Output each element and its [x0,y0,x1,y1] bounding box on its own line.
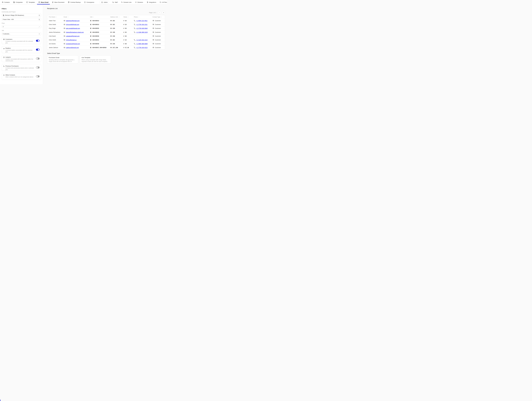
email-type-card-use-template[interactable]: Use Template When using a template with … [80,56,111,64]
nav-item-contacts[interactable]: Contacts [1,0,10,5]
nav-item-mass-document[interactable]: Mass Document [52,0,65,5]
hash-icon: # [123,31,124,33]
contact-badge-icon [152,43,154,44]
email-link[interactable]: Chriss@gmail.ca [66,39,76,41]
chevron-right-icon [163,12,164,13]
strata-cell: # 15 [122,28,132,29]
next-page-button[interactable] [162,11,165,14]
nav-item-integrations[interactable]: Integrations [146,0,157,5]
toggle-card-description: Contacts who previously owned units in s… [6,67,34,71]
unit-door-icon [90,39,92,41]
unit-cell: 434-02013 [89,20,109,21]
phone-icon [134,31,135,33]
email-link[interactable]: pary.singh@gmail.com [66,28,80,29]
column-header-email[interactable]: Email [62,16,89,18]
job-input-value: 5 selected... [3,33,38,35]
address-unit-cell: 221 [109,24,122,25]
toggle-switch[interactable] [36,58,40,60]
email-type-card-description: When using a template with merge fields,… [82,59,109,62]
first-name-cell: Pary Singh [47,28,62,29]
community-select[interactable]: Bonson Village (Pitt Meadows) [2,14,41,17]
nav-item-companies[interactable]: Companies [13,0,23,5]
nav-item-all-files[interactable]: All Files [159,0,167,5]
phone-link[interactable]: +1 (888) 888 8888 [136,43,148,44]
mail-icon [64,24,65,25]
project-select[interactable]: Fraser View - 434 [2,18,41,21]
email-cell: adamtran@gmail.com [62,20,89,21]
phone-link[interactable]: +1 (778) 545 9540 [136,28,148,29]
hash-icon: # [123,47,124,48]
toggle-card-title: Other Contacts [6,74,40,76]
phone-link[interactable]: +1 (778) 333 2311 [136,24,147,25]
email-type-card-purchaser-email[interactable]: Purchaser Email Sending without a templa… [47,56,78,64]
column-header-unit[interactable]: Unit [89,16,109,18]
email-link[interactable]: coledavid@gmail.com [66,35,79,37]
contact-badge-icon [152,20,154,21]
previous-page-button[interactable] [158,11,161,14]
toggle-knob [36,58,38,59]
phone-link[interactable]: +1 (236) 999 3229 [136,31,148,33]
phone-link[interactable]: +1 (123) 432 2222 [136,39,148,41]
toggle-switch[interactable] [36,75,40,77]
email-link[interactable]: Jondavies@gmail.com [66,43,80,44]
folder-icon [160,1,161,3]
mail-icon [64,20,65,21]
community-select-value: Bonson Village (Pitt Meadows) [5,14,38,16]
email-link[interactable]: chrissmith@mail.com [66,24,79,25]
map-pin-icon [110,31,112,33]
unit-cell: 434-02018 [89,43,109,44]
email-cell: Chriss@gmail.ca [62,39,89,41]
toggle-knob [38,40,39,42]
filters-sidebar: Filters Community and Project Bonson Vil… [0,5,43,84]
floor-input[interactable]: 2 [2,25,41,28]
column-header-first-name[interactable]: First Name [47,16,62,18]
email-type-card-description: Sending without a template will generate… [49,59,77,62]
strata-cell: # 15 [122,31,132,33]
job-input[interactable]: 5 selected... [2,32,41,35]
nav-item-admin[interactable]: Admin [100,1,109,4]
contact-badge-icon [152,39,154,41]
nav-item-conveyance[interactable]: Conveyance [84,0,95,5]
nav-item-templates[interactable]: Templates [26,0,35,5]
first-name-cell: Cole David [47,35,62,37]
nav-item-mass-email[interactable]: Mass Email [38,0,49,5]
id-badge-icon [3,39,5,40]
toggle-card-description: Licensed realtors associated with the se… [6,49,34,53]
table-row: Chris Smtih Chriss@gmail.ca 434-02013 22… [47,38,165,42]
contact-type-cell: Customer [151,24,165,25]
bag-icon [84,1,86,3]
email-link[interactable]: adamtran@gmail.com [66,20,79,21]
nav-item-domain-lists[interactable]: Domain Lists [121,0,132,5]
phone-link[interactable]: +1 (778) 333 4222 [136,47,148,48]
strata-cell: # 13 [122,39,132,41]
nav-item-staff[interactable]: Staff [112,0,118,5]
email-link[interactable]: jcalhoon@gmail.com [66,47,79,48]
column-header-phone[interactable]: Phone [132,16,151,18]
map-pin-icon [110,39,112,41]
phone-link[interactable]: +1 (604) 222 0611 [136,20,147,21]
sort-icon [118,16,120,18]
phone-icon [134,28,135,29]
filters-heading: Filters [2,8,41,10]
house-hand-icon [3,48,5,49]
toggle-switch[interactable] [36,67,40,68]
person-icon [3,74,5,76]
floor-input-value: 2 [3,26,38,27]
phone-cell: +1 (778) 545 9540 [132,28,151,29]
toggle-switch[interactable] [36,40,40,42]
unit-door-icon [90,20,92,21]
column-header-strata[interactable]: Strata [122,16,132,18]
first-name-cell: Chris Smtih [47,39,62,41]
email-link[interactable]: JamesRichardson.gmail.com [66,31,84,33]
email-cell: Jondavies@gmail.com [62,43,89,44]
hash-icon: # [123,39,124,41]
column-header-contact-type[interactable]: Contact Type [151,16,165,18]
address-unit-cell: 221 [109,39,122,41]
pagination: Page 1 of 2 [47,11,165,14]
nav-item-contract-backup[interactable]: Contract Backup [68,0,81,5]
table-body: Adam Tran adamtran@gmail.com 434-02013 2… [47,19,165,49]
column-header-address-unit[interactable]: Address Unit [109,16,122,18]
toggle-switch[interactable] [36,49,40,51]
first-name-cell: Chris Smith [47,24,62,25]
nav-item-divisions[interactable]: Divisions [135,0,143,5]
